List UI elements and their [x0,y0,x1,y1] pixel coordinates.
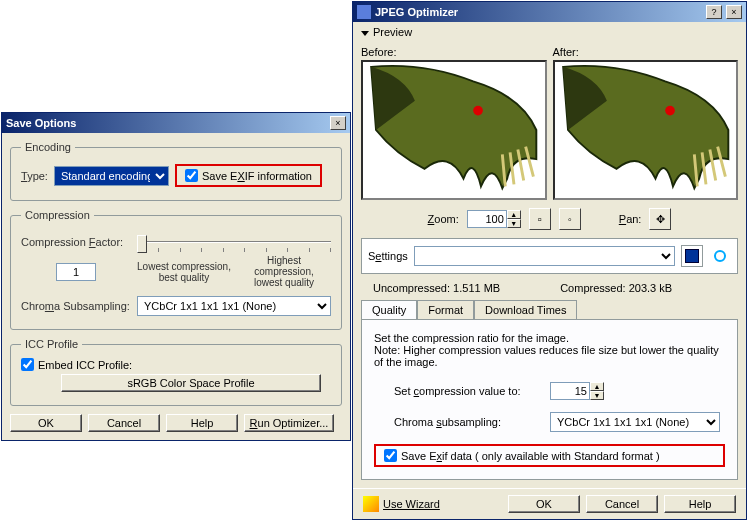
compression-group: Compression Compression Factor: Lowest c… [10,209,342,330]
save-settings-button[interactable] [681,245,703,267]
compression-legend: Compression [21,209,94,221]
comp-spinner[interactable]: ▲▼ [550,382,604,400]
zoom-1to1-button[interactable]: ◦ [559,208,581,230]
pan-button[interactable]: ✥ [649,208,671,230]
help-button[interactable]: Help [166,414,238,432]
embed-icc-checkbox[interactable]: Embed ICC Profile: [21,358,331,371]
icc-legend: ICC Profile [21,338,82,350]
embed-icc-input[interactable] [21,358,34,371]
save-options-dialog: Save Options × Encoding Type: Standard e… [1,112,351,441]
wand-icon [363,496,379,512]
wolf-image [555,62,737,198]
use-wizard-link[interactable]: Use Wizard [363,496,440,512]
zoom-input[interactable] [467,210,507,228]
reset-button[interactable] [709,245,731,267]
titlebar[interactable]: JPEG Optimizer ? × [353,2,746,22]
after-label: After: [553,46,739,58]
ok-button[interactable]: OK [10,414,82,432]
jpeg-optimizer-dialog: JPEG Optimizer ? × Preview Before: After… [352,1,747,520]
refresh-icon [714,250,726,262]
after-preview [553,60,739,200]
save-exif-label-2: Save Exif data ( only available with Sta… [401,450,660,462]
help-button[interactable]: Help [664,495,736,513]
settings-row: Settings [361,238,738,274]
chroma-label-2: Chroma subsampling: [394,416,544,428]
window-title: JPEG Optimizer [375,6,702,18]
exif-highlight-2: Save Exif data ( only available with Sta… [374,444,725,467]
spin-up-icon[interactable]: ▲ [590,382,604,391]
zoom-label: Zoom: [428,213,459,225]
preview-toggle[interactable]: Preview [353,22,746,42]
spin-down-icon[interactable]: ▼ [507,219,521,228]
chroma-select[interactable]: YCbCr 1x1 1x1 1x1 (None) [137,296,331,316]
encoding-group: Encoding Type: Standard encoding Save EX… [10,141,342,201]
factor-label: Compression Factor: [21,236,131,248]
settings-label: Settings [368,250,408,262]
spin-up-icon[interactable]: ▲ [507,210,521,219]
spin-down-icon[interactable]: ▼ [590,391,604,400]
tab-format[interactable]: Format [417,300,474,319]
window-title: Save Options [6,117,326,129]
settings-select[interactable] [414,246,675,266]
encoding-type-select[interactable]: Standard encoding [54,166,169,186]
cancel-button[interactable]: Cancel [88,414,160,432]
factor-input[interactable] [56,263,96,281]
zoom-fit-button[interactable]: ▫ [529,208,551,230]
tab-download[interactable]: Download Times [474,300,577,319]
app-icon [357,5,371,19]
floppy-icon [685,249,699,263]
zoom-spinner[interactable]: ▲▼ [467,210,521,228]
highest-label: Highest compression, lowest quality [237,255,331,288]
save-exif-checkbox-2[interactable]: Save Exif data ( only available with Sta… [384,449,715,462]
chroma-label: Chroma Subsampling: [21,300,131,312]
encoding-legend: Encoding [21,141,75,153]
before-preview [361,60,547,200]
save-exif-input-2[interactable] [384,449,397,462]
run-optimizer-button[interactable]: Run Optimizer... [244,414,334,432]
compressed-size: Compressed: 203.3 kB [560,282,672,294]
svg-point-1 [473,106,483,116]
lowest-label: Lowest compression, best quality [137,261,231,283]
chevron-down-icon [361,31,369,36]
tab-quality[interactable]: Quality [361,300,417,319]
icc-group: ICC Profile Embed ICC Profile: sRGB Colo… [10,338,342,406]
embed-icc-label: Embed ICC Profile: [38,359,132,371]
help-icon[interactable]: ? [706,5,722,19]
close-icon[interactable]: × [330,116,346,130]
intro-text-1: Set the compression ratio for the image. [374,332,725,344]
wolf-image [363,62,545,198]
chroma-select-2[interactable]: YCbCr 1x1 1x1 1x1 (None) [550,412,720,432]
comp-input[interactable] [550,382,590,400]
save-exif-checkbox[interactable]: Save EXIF information [185,169,312,182]
uncompressed-size: Uncompressed: 1.511 MB [373,282,500,294]
compression-slider[interactable] [137,232,331,252]
type-label: Type: [21,170,48,182]
close-icon[interactable]: × [726,5,742,19]
comp-value-label: Set compression value to: [394,385,544,397]
quality-panel: Set the compression ratio for the image.… [361,319,738,480]
cancel-button[interactable]: Cancel [586,495,658,513]
intro-text-2: Note: Higher compression values reduces … [374,344,725,368]
pan-label: Pan: [619,213,642,225]
svg-point-3 [665,106,675,116]
save-exif-input[interactable] [185,169,198,182]
before-label: Before: [361,46,547,58]
titlebar[interactable]: Save Options × [2,113,350,133]
tabs: Quality Format Download Times [361,300,738,319]
save-exif-label: Save EXIF information [202,170,312,182]
ok-button[interactable]: OK [508,495,580,513]
exif-highlight: Save EXIF information [175,164,322,187]
icc-profile-button[interactable]: sRGB Color Space Profile [61,374,321,392]
